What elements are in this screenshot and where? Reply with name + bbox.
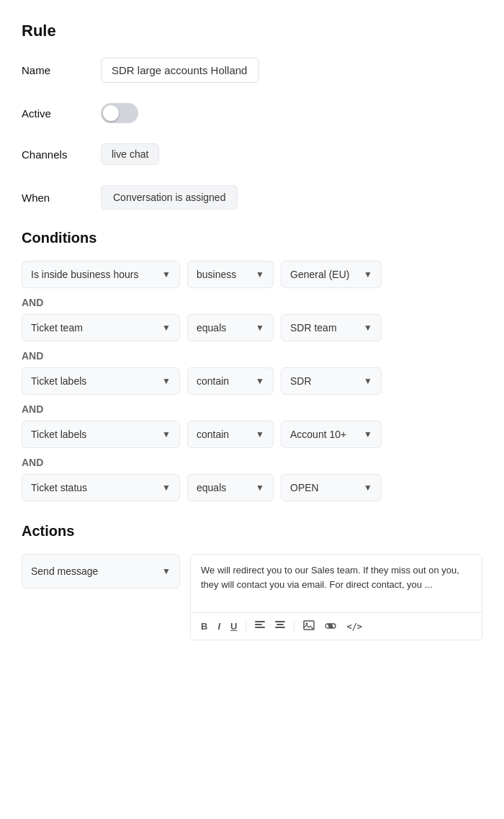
condition-row-0: Is inside business hours ▼ business ▼ Ge… [22,261,482,288]
action-field-select[interactable]: Send message ▼ [22,554,180,588]
when-label: When [22,192,101,204]
message-editor: We will redirect you to our Sales team. … [190,554,482,640]
actions-title: Actions [22,523,482,540]
condition-4-field[interactable]: Ticket status ▼ [22,474,180,501]
chevron-down-icon: ▼ [364,429,372,439]
when-value[interactable]: Conversation is assigned [101,185,238,210]
chevron-down-icon: ▼ [256,323,264,333]
svg-point-7 [306,623,308,625]
chevron-down-icon: ▼ [162,269,171,279]
bold-button[interactable]: B [198,619,210,633]
and-label-4: AND [22,457,482,468]
image-button[interactable] [300,619,318,634]
chevron-down-icon: ▼ [364,269,372,279]
channels-label: Channels [22,148,101,161]
code-button[interactable]: </> [343,620,365,633]
toggle-track[interactable] [101,103,138,123]
chevron-down-icon: ▼ [162,376,171,386]
toggle-thumb [103,105,119,121]
svg-rect-2 [255,627,265,628]
and-label-2: AND [22,350,482,362]
condition-3-value[interactable]: Account 10+ ▼ [281,421,382,448]
toolbar-separator-2 [294,621,294,632]
condition-1-field[interactable]: Ticket team ▼ [22,314,180,341]
active-label: Active [22,107,101,120]
svg-rect-1 [255,624,262,625]
chevron-down-icon: ▼ [256,429,264,439]
message-text[interactable]: We will redirect you to our Sales team. … [191,555,482,612]
svg-rect-0 [255,621,265,622]
when-row: When Conversation is assigned [22,185,482,210]
chevron-down-icon: ▼ [364,483,372,493]
chevron-down-icon: ▼ [364,376,372,386]
condition-1-value[interactable]: SDR team ▼ [281,314,382,341]
actions-row: Send message ▼ We will redirect you to o… [22,554,482,640]
conditions-title: Conditions [22,230,482,246]
condition-0-operator[interactable]: business ▼ [187,261,274,288]
chevron-down-icon: ▼ [256,269,264,279]
svg-rect-4 [276,624,284,625]
condition-2-field[interactable]: Ticket labels ▼ [22,367,180,395]
name-input[interactable] [101,58,259,83]
italic-button[interactable]: I [215,619,223,633]
rule-title: Rule [22,22,482,40]
active-toggle[interactable] [101,103,138,123]
actions-section: Actions Send message ▼ We will redirect … [22,523,482,640]
svg-rect-5 [275,627,285,628]
chevron-down-icon: ▼ [162,566,171,576]
condition-3-field[interactable]: Ticket labels ▼ [22,421,180,448]
toolbar-separator-1 [246,621,246,632]
align-left-button[interactable] [252,619,268,633]
chevron-down-icon: ▼ [162,483,171,493]
and-label-3: AND [22,403,482,415]
name-row: Name [22,58,482,83]
editor-toolbar: B I U [191,612,482,640]
condition-0-value[interactable]: General (EU) ▼ [281,261,382,288]
condition-4-operator[interactable]: equals ▼ [187,474,274,501]
condition-4-value[interactable]: OPEN ▼ [281,474,382,501]
condition-2-operator[interactable]: contain ▼ [187,367,274,395]
condition-2-value[interactable]: SDR ▼ [281,367,382,395]
condition-1-operator[interactable]: equals ▼ [187,314,274,341]
condition-row-4: Ticket status ▼ equals ▼ OPEN ▼ [22,474,482,501]
condition-0-field[interactable]: Is inside business hours ▼ [22,261,180,288]
name-label: Name [22,64,101,76]
chevron-down-icon: ▼ [256,483,264,493]
active-row: Active [22,103,482,123]
condition-row-3: Ticket labels ▼ contain ▼ Account 10+ ▼ [22,421,482,448]
channels-row: Channels live chat [22,143,482,165]
chevron-down-icon: ▼ [256,376,264,386]
channel-tag[interactable]: live chat [101,143,159,165]
conditions-section: Conditions Is inside business hours ▼ bu… [22,230,482,501]
and-label-1: AND [22,297,482,308]
underline-button[interactable]: U [228,619,240,633]
chevron-down-icon: ▼ [162,323,171,333]
link-button[interactable] [322,619,339,633]
chevron-down-icon: ▼ [364,323,372,333]
chevron-down-icon: ▼ [162,429,171,439]
condition-row-2: Ticket labels ▼ contain ▼ SDR ▼ [22,367,482,395]
svg-rect-3 [275,621,285,622]
align-center-button[interactable] [272,619,288,633]
condition-3-operator[interactable]: contain ▼ [187,421,274,448]
condition-row-1: Ticket team ▼ equals ▼ SDR team ▼ [22,314,482,341]
